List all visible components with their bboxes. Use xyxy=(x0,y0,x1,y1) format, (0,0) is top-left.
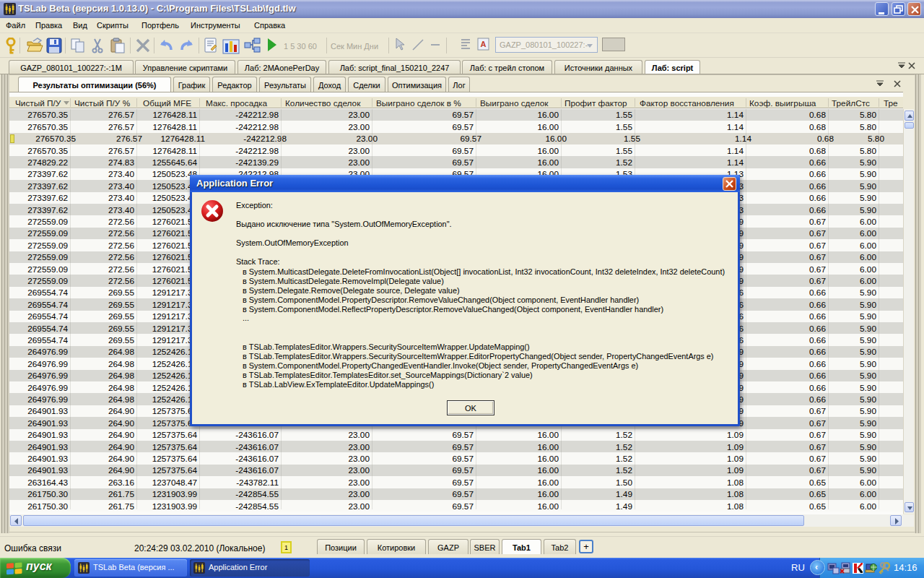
svg-text:A: A xyxy=(481,40,487,48)
